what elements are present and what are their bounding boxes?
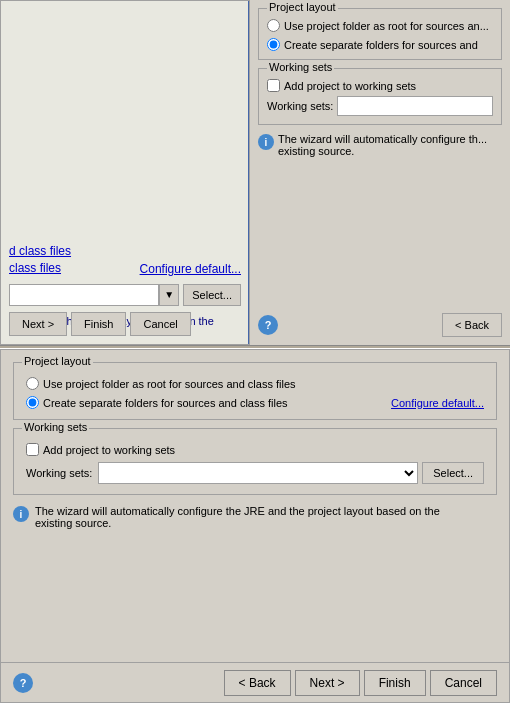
working-sets-group-label: Working sets <box>22 421 89 433</box>
blue-border <box>1 1 250 345</box>
radio-label-1-top: Use project folder as root for sources a… <box>284 20 489 32</box>
add-project-checkbox[interactable] <box>26 443 39 456</box>
info-icon-main: i <box>13 506 29 522</box>
working-sets-group-top: Working sets Add project to working sets… <box>258 68 502 125</box>
info-row: i The wizard will automatically configur… <box>13 505 497 529</box>
radio-label-2-top: Create separate folders for sources and <box>284 39 478 51</box>
ws-input-row: Working sets: Select... <box>26 462 484 484</box>
finish-button[interactable]: Finish <box>364 670 426 696</box>
checkbox-label: Add project to working sets <box>43 444 175 456</box>
checkbox-row-top: Add project to working sets <box>267 79 493 92</box>
project-layout-group: Project layout Use project folder as roo… <box>13 362 497 420</box>
radio-row-1-top: Use project folder as root for sources a… <box>267 19 493 32</box>
info-text-right-top: The wizard will automatically configure … <box>278 133 487 157</box>
radio-create-separate-top[interactable] <box>267 38 280 51</box>
project-layout-group-label: Project layout <box>22 355 93 367</box>
next-button[interactable]: Next > <box>295 670 360 696</box>
top-right-panel: Project layout Use project folder as roo… <box>250 0 510 345</box>
working-sets-group: Working sets Add project to working sets… <box>13 428 497 495</box>
add-project-checkbox-top[interactable] <box>267 79 280 92</box>
bottom-panel: Project layout Use project folder as roo… <box>0 349 510 703</box>
help-button[interactable]: ? <box>13 673 33 693</box>
info-text-line1: The wizard will automatically configure … <box>35 505 440 517</box>
configure-default-link[interactable]: Configure default... <box>391 397 484 409</box>
checkbox-row: Add project to working sets <box>26 443 484 456</box>
bottom-bar: ? < Back Next > Finish Cancel <box>1 662 509 702</box>
ws-input-label: Working sets: <box>26 467 92 479</box>
working-sets-select[interactable] <box>98 462 418 484</box>
checkbox-label-top: Add project to working sets <box>284 80 416 92</box>
info-row-top: i The wizard will automatically configur… <box>258 133 502 157</box>
working-sets-label-top: Working sets <box>267 61 334 73</box>
working-sets-input-top[interactable] <box>337 96 493 116</box>
help-icon-top[interactable]: ? <box>258 315 278 335</box>
radio-create-separate[interactable] <box>26 396 39 409</box>
project-layout-label-top: Project layout <box>267 1 338 13</box>
info-text-container: The wizard will automatically configure … <box>35 505 440 529</box>
radio-row-2-top: Create separate folders for sources and <box>267 38 493 51</box>
info-icon-top: i <box>258 134 274 150</box>
radio-row-2: Create separate folders for sources and … <box>26 396 484 409</box>
ws-label-top: Working sets: <box>267 100 333 112</box>
back-button-top[interactable]: < Back <box>442 313 502 337</box>
back-button[interactable]: < Back <box>224 670 291 696</box>
project-layout-group-top: Project layout Use project folder as roo… <box>258 8 502 60</box>
cancel-button[interactable]: Cancel <box>430 670 497 696</box>
working-sets-input-row-top: Working sets: <box>267 96 493 116</box>
radio-use-project-folder[interactable] <box>26 377 39 390</box>
top-left-panel: d class files class files Configure defa… <box>0 0 250 345</box>
radio-label-2: Create separate folders for sources and … <box>43 397 288 409</box>
top-panel: d class files class files Configure defa… <box>0 0 510 345</box>
info-text-line2: existing source. <box>35 517 111 529</box>
working-sets-select-button[interactable]: Select... <box>422 462 484 484</box>
radio-label-1: Use project folder as root for sources a… <box>43 378 296 390</box>
radio-use-project-folder-top[interactable] <box>267 19 280 32</box>
radio-row-1: Use project folder as root for sources a… <box>26 377 484 390</box>
